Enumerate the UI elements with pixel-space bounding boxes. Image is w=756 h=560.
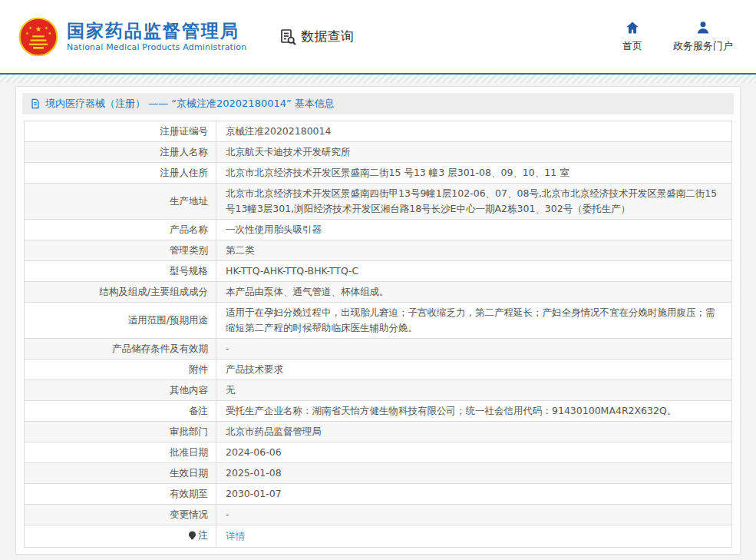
row-value: 无 bbox=[216, 380, 732, 401]
note-icon bbox=[188, 531, 196, 540]
table-row: 批准日期 2024-06-06 bbox=[25, 442, 732, 463]
row-label: 生效日期 bbox=[25, 463, 216, 484]
info-table-wrap: 注册证编号 京械注准20202180014 注册人名称 北京航天卡迪技术开发研究… bbox=[24, 121, 732, 548]
row-label: 型号规格 bbox=[25, 261, 216, 282]
row-value: 详情 bbox=[216, 525, 732, 548]
row-value: 北京航天卡迪技术开发研究所 bbox=[216, 142, 732, 163]
document-icon bbox=[30, 98, 41, 109]
breadcrumb-text: 境内医疗器械（注册） —— “京械注准20202180014” 基本信息 bbox=[45, 97, 335, 111]
brand-title: 国家药品监督管理局 bbox=[67, 21, 246, 41]
row-value: 受托生产企业名称：湖南省天怡方健生物科技有限公司；统一社会信用代码：914301… bbox=[216, 401, 732, 422]
table-row: 产品储存条件及有效期 - bbox=[25, 339, 732, 360]
row-label: 产品储存条件及有效期 bbox=[25, 339, 216, 360]
row-label: 生产地址 bbox=[25, 184, 216, 220]
registration-info-table: 注册证编号 京械注准20202180014 注册人名称 北京航天卡迪技术开发研究… bbox=[24, 121, 732, 548]
breadcrumb: 境内医疗器械（注册） —— “京械注准20202180014” 基本信息 bbox=[22, 93, 734, 114]
row-label: 注册人名称 bbox=[25, 142, 216, 163]
row-label: 有效期至 bbox=[25, 484, 216, 505]
row-label: 变更情况 bbox=[25, 505, 216, 525]
table-row-note: 注 详情 bbox=[25, 525, 732, 548]
user-icon bbox=[695, 20, 711, 35]
row-value: 京械注准20202180014 bbox=[216, 121, 732, 142]
table-row: 产品名称 一次性使用胎头吸引器 bbox=[25, 220, 732, 240]
row-value: 2024-06-06 bbox=[216, 442, 732, 463]
row-value: 适用于在孕妇分娩过程中，出现胎儿窘迫；子宫收缩乏力，第二产程延长；产妇全身情况不… bbox=[216, 303, 732, 339]
row-label: 附件 bbox=[25, 360, 216, 380]
nav-portal[interactable]: 政务服务门户 bbox=[673, 20, 733, 53]
row-value: 产品技术要求 bbox=[216, 360, 732, 380]
content-card: 境内医疗器械（注册） —— “京械注准20202180014” 基本信息 注册证… bbox=[15, 86, 741, 555]
row-label: 审批部门 bbox=[25, 422, 216, 442]
row-value: 北京市北京经济技术开发区景盛南二街15 号13 幢3 层301-08、09、10… bbox=[216, 163, 732, 184]
note-label: 注 bbox=[199, 528, 209, 543]
hatch-band bbox=[0, 75, 756, 83]
row-label: 管理类别 bbox=[25, 240, 216, 261]
details-link[interactable]: 详情 bbox=[226, 530, 245, 542]
table-row: 生效日期 2025-01-08 bbox=[25, 463, 732, 484]
brand-logo[interactable]: ★ ★ ★ ★ ★ 国家药品监督管理局 National Medical Pro… bbox=[18, 17, 246, 57]
row-value: 2030-01-07 bbox=[216, 484, 732, 505]
header: ★ ★ ★ ★ ★ 国家药品监督管理局 National Medical Pro… bbox=[0, 0, 756, 73]
svg-text:★: ★ bbox=[25, 31, 29, 35]
table-row: 注册人名称 北京航天卡迪技术开发研究所 bbox=[25, 142, 732, 163]
table-row: 其他内容 无 bbox=[25, 380, 732, 401]
row-label: 批准日期 bbox=[25, 442, 216, 463]
row-label: 注 bbox=[25, 525, 216, 548]
nav-home[interactable]: 首页 bbox=[622, 20, 642, 53]
home-icon bbox=[625, 20, 640, 35]
row-label: 注册人住所 bbox=[25, 163, 216, 184]
table-row: 生产地址 北京市北京经济技术开发区景盛南四街甲13号9幢1层102-06、07、… bbox=[25, 184, 732, 220]
brand-text: 国家药品监督管理局 National Medical Products Admi… bbox=[67, 21, 246, 52]
row-value: HK-TTQ-AHK-TTQ-BHK-TTQ-C bbox=[216, 261, 732, 282]
table-row: 有效期至 2030-01-07 bbox=[25, 484, 732, 505]
svg-text:★: ★ bbox=[35, 25, 42, 33]
row-value: 一次性使用胎头吸引器 bbox=[216, 220, 732, 240]
row-label: 其他内容 bbox=[25, 380, 216, 401]
table-row: 变更情况 - bbox=[25, 505, 732, 525]
table-row: 结构及组成/主要组成成分 本产品由泵体、通气管道、杯体组成。 bbox=[25, 282, 732, 303]
nav-portal-label: 政务服务门户 bbox=[673, 39, 733, 53]
nav-home-label: 首页 bbox=[622, 39, 642, 53]
table-row: 注册人住所 北京市北京经济技术开发区景盛南二街15 号13 幢3 层301-08… bbox=[25, 163, 732, 184]
brand-subtitle: National Medical Products Administration bbox=[67, 42, 246, 52]
nav-data-query[interactable]: 数据查询 bbox=[279, 28, 353, 46]
data-query-icon bbox=[279, 28, 297, 46]
row-value: - bbox=[216, 505, 732, 525]
row-value: 北京市北京经济技术开发区景盛南四街甲13号9幢1层102-06、07、08号,北… bbox=[216, 184, 732, 220]
svg-text:★: ★ bbox=[45, 25, 48, 30]
national-emblem-icon: ★ ★ ★ ★ ★ bbox=[18, 17, 58, 57]
svg-text:★: ★ bbox=[28, 25, 32, 30]
row-label: 结构及组成/主要组成成分 bbox=[25, 282, 216, 303]
row-label: 产品名称 bbox=[25, 220, 216, 240]
data-query-label: 数据查询 bbox=[301, 28, 353, 45]
header-right-nav: 首页 政务服务门户 bbox=[622, 20, 733, 53]
row-value: 本产品由泵体、通气管道、杯体组成。 bbox=[216, 282, 732, 303]
table-row: 注册证编号 京械注准20202180014 bbox=[25, 121, 732, 142]
table-row: 备注 受托生产企业名称：湖南省天怡方健生物科技有限公司；统一社会信用代码：914… bbox=[25, 401, 732, 422]
svg-text:★: ★ bbox=[48, 31, 51, 35]
row-value: 2025-01-08 bbox=[216, 463, 732, 484]
row-label: 适用范围/预期用途 bbox=[25, 303, 216, 339]
row-label: 注册证编号 bbox=[25, 121, 216, 142]
table-row: 型号规格 HK-TTQ-AHK-TTQ-BHK-TTQ-C bbox=[25, 261, 732, 282]
table-row: 管理类别 第二类 bbox=[25, 240, 732, 261]
table-row: 附件 产品技术要求 bbox=[25, 360, 732, 380]
page-background: 境内医疗器械（注册） —— “京械注准20202180014” 基本信息 注册证… bbox=[0, 83, 756, 560]
row-value: 第二类 bbox=[216, 240, 732, 261]
row-value: 北京市药品监督管理局 bbox=[216, 422, 732, 442]
row-label: 备注 bbox=[25, 401, 216, 422]
table-row: 适用范围/预期用途 适用于在孕妇分娩过程中，出现胎儿窘迫；子宫收缩乏力，第二产程… bbox=[25, 303, 732, 339]
table-row: 审批部门 北京市药品监督管理局 bbox=[25, 422, 732, 442]
row-value: - bbox=[216, 339, 732, 360]
